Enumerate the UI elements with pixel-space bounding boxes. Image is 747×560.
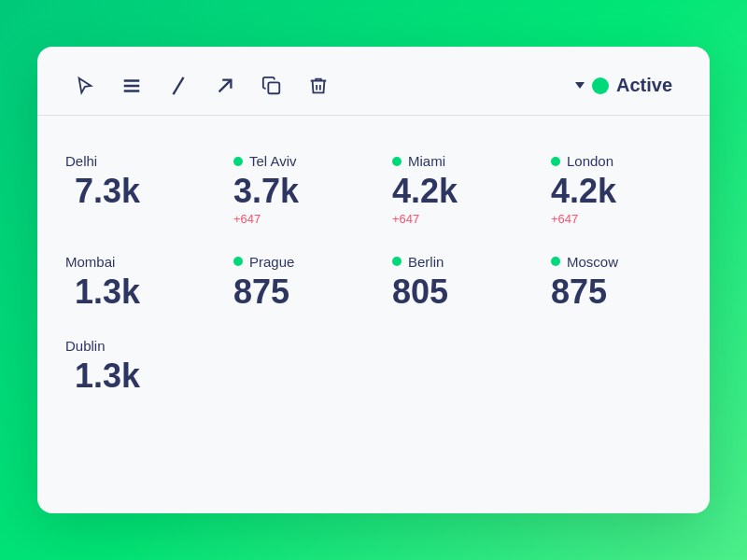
city-status-dot	[233, 257, 243, 266]
expand-icon[interactable]	[215, 76, 235, 96]
city-status-dot	[392, 157, 402, 166]
city-status-dot	[233, 157, 243, 166]
list-item: Delhi 7.3k	[75, 144, 233, 245]
city-status-dot	[551, 257, 560, 266]
list-icon[interactable]	[121, 76, 142, 96]
city-delta: +647	[551, 212, 691, 226]
data-row-1: Delhi 7.3k Tel Aviv 3.7k +647 Miami 4.2k…	[37, 116, 710, 245]
svg-line-4	[219, 79, 232, 91]
city-value: 4.2k	[392, 173, 532, 210]
list-item: Mombai 1.3k	[75, 245, 233, 329]
city-value: 4.2k	[551, 173, 691, 210]
city-status-dot	[392, 257, 402, 266]
data-row-2: Mombai 1.3k Prague 875 Berlin 805 Moscow…	[37, 245, 710, 329]
city-status-dot	[551, 157, 560, 166]
data-row-3: Dublin 1.3k	[37, 329, 710, 413]
trash-icon[interactable]	[308, 76, 329, 96]
list-item: Tel Aviv 3.7k +647	[233, 144, 392, 245]
city-name: London	[567, 153, 613, 169]
city-delta: +647	[233, 212, 374, 226]
city-value: 3.7k	[233, 173, 374, 210]
city-name: Delhi	[65, 153, 97, 169]
city-value: 875	[233, 273, 374, 311]
active-label: Active	[616, 75, 672, 96]
list-item: Berlin 805	[392, 245, 551, 329]
city-name: Mombai	[65, 254, 115, 270]
svg-line-3	[174, 77, 184, 93]
pen-icon[interactable]	[168, 76, 189, 96]
list-item: Moscow 875	[551, 245, 710, 329]
list-item: London 4.2k +647	[551, 144, 710, 245]
city-name: Moscow	[567, 254, 618, 270]
cursor-icon[interactable]	[75, 76, 95, 96]
copy-icon[interactable]	[261, 76, 282, 96]
active-badge[interactable]: Active	[575, 75, 672, 96]
list-item: Miami 4.2k +647	[392, 144, 551, 245]
toolbar: Active	[37, 47, 710, 116]
main-card: Active Delhi 7.3k Tel Aviv 3.7k +647 Mia…	[37, 47, 710, 513]
dropdown-arrow-icon	[575, 82, 585, 89]
list-item: Prague 875	[233, 245, 392, 329]
city-value: 805	[392, 273, 532, 311]
city-value: 1.3k	[75, 273, 215, 311]
city-name: Prague	[249, 254, 294, 270]
svg-rect-5	[268, 82, 279, 93]
city-value: 875	[551, 273, 691, 311]
city-name: Tel Aviv	[249, 153, 297, 169]
city-value: 7.3k	[75, 173, 215, 210]
city-name: Dublin	[65, 338, 106, 354]
city-value: 1.3k	[75, 357, 215, 395]
city-delta: +647	[392, 212, 532, 226]
active-status-dot	[592, 77, 609, 94]
city-name: Miami	[408, 153, 445, 169]
city-name: Berlin	[408, 254, 444, 270]
list-item: Dublin 1.3k	[75, 329, 233, 413]
